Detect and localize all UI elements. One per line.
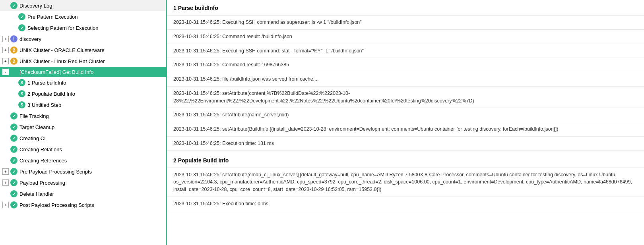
tree-item-discovery[interactable]: +Idiscovery — [0, 33, 166, 44]
tree-item-creating-ci[interactable]: ✓Creating CI — [0, 133, 166, 144]
tree-item-pre-pattern-execution[interactable]: ✓Pre Pattern Execution — [0, 11, 166, 22]
check-icon: ✓ — [18, 13, 25, 20]
tree-item-untitled-step[interactable]: S3 Untitled Step — [0, 99, 166, 110]
tree-item-label-target-cleanup: Target Cleanup — [19, 124, 54, 130]
tree-item-label-parse-buildinfo: 1 Parse buildInfo — [27, 80, 66, 86]
section-title-section-2: 2 Populate Build Info — [167, 152, 644, 168]
log-entry-section-1-2: 2023-10-31 15:46:25: Executing SSH comma… — [167, 44, 644, 58]
expand-btn-unix-oracle[interactable]: + — [2, 47, 9, 53]
tree-item-payload-processing[interactable]: +✓Payload Processing — [0, 177, 166, 188]
tree-item-discovery-log[interactable]: ✓Discovery Log — [0, 0, 166, 11]
tree-item-label-creating-ci: Creating CI — [19, 135, 46, 141]
tree-item-delete-handler[interactable]: ✓Delete Handler — [0, 188, 166, 199]
tree-item-unix-linux[interactable]: +BUNIX Cluster - Linux Red Hat Cluster — [0, 56, 166, 67]
tree-item-checksum-failed[interactable]: -[ChecksumFailed] Get Build Info — [0, 67, 166, 77]
log-entry-section-1-1: 2023-10-31 15:46:25: Command result: /bu… — [167, 30, 644, 44]
log-entry-section-1-7: 2023-10-31 15:46:25: setAttribute(BuildI… — [167, 122, 644, 137]
tree-item-label-delete-handler: Delete Handler — [19, 191, 54, 197]
expand-btn-post-payload-processing[interactable]: + — [2, 202, 9, 208]
right-panel: 1 Parse buildInfo2023-10-31 15:46:25: Ex… — [167, 0, 644, 245]
tree-item-label-file-tracking: File Tracking — [19, 113, 49, 119]
log-entry-section-1-8: 2023-10-31 15:46:25: Execution time: 181… — [167, 137, 644, 151]
check-icon: ✓ — [10, 2, 17, 9]
expand-btn-discovery[interactable]: + — [2, 36, 9, 42]
expand-btn-pre-payload-processing[interactable]: + — [2, 168, 9, 175]
log-entry-section-1-6: 2023-10-31 15:46:25: setAttribute(name_s… — [167, 108, 644, 122]
log-entry-section-1-3: 2023-10-31 15:46:25: Command result: 169… — [167, 58, 644, 72]
tree-item-label-unix-linux: UNIX Cluster - Linux Red Hat Cluster — [19, 58, 105, 64]
s-icon: S — [18, 101, 25, 108]
s-icon: S — [18, 90, 25, 97]
tree-item-file-tracking[interactable]: ✓File Tracking — [0, 110, 166, 122]
tree-item-unix-oracle[interactable]: +BUNIX Cluster - ORACLE Clusterware — [0, 44, 166, 56]
expand-btn-unix-linux[interactable]: + — [2, 58, 9, 64]
check-icon: ✓ — [10, 168, 17, 175]
tree-item-label-creating-relations: Creating Relations — [19, 147, 62, 152]
left-panel: ✓Discovery Log✓Pre Pattern Execution✓Sel… — [0, 0, 167, 245]
check-icon: ✓ — [10, 201, 17, 208]
tree-item-label-checksum-failed: [ChecksumFailed] Get Build Info — [19, 69, 93, 75]
log-entry-section-1-5: 2023-10-31 15:46:25: setAttribute(conten… — [167, 87, 644, 108]
tree-item-label-creating-references: Creating References — [19, 158, 67, 164]
check-icon: ✓ — [10, 179, 17, 186]
tree-item-post-payload-processing[interactable]: +✓Post Payload Processing Scripts — [0, 199, 166, 210]
tree-item-label-discovery: discovery — [19, 36, 41, 42]
check-icon: ✓ — [10, 190, 17, 197]
tree-item-label-untitled-step: 3 Untitled Step — [27, 102, 61, 108]
section-title-section-1: 1 Parse buildInfo — [167, 0, 644, 15]
log-entry-section-1-4: 2023-10-31 15:46:25: file /buildInfo.jso… — [167, 72, 644, 87]
check-icon: ✓ — [10, 157, 17, 164]
tree-item-label-discovery-log: Discovery Log — [19, 3, 52, 9]
check-icon: ✓ — [10, 112, 17, 120]
i-icon: I — [10, 35, 17, 42]
tree-item-label-populate-build-info: 2 Populate Build Info — [27, 91, 75, 97]
tree-item-label-post-payload-processing: Post Payload Processing Scripts — [19, 202, 94, 208]
check-icon: ✓ — [18, 24, 25, 31]
expand-btn-payload-processing[interactable]: + — [2, 179, 9, 186]
expand-btn-checksum-failed[interactable]: - — [2, 69, 9, 75]
log-entry-section-1-0: 2023-10-31 15:46:25: Executing SSH comma… — [167, 15, 644, 30]
check-icon: ✓ — [10, 135, 17, 142]
tree-item-parse-buildinfo[interactable]: S1 Parse buildInfo — [0, 77, 166, 88]
log-entry-section-2-0: 2023-10-31 15:46:25: setAttribute(cmdb_c… — [167, 168, 644, 197]
tree-item-label-payload-processing: Payload Processing — [19, 180, 65, 186]
tree-item-selecting-pattern[interactable]: ✓Selecting Pattern for Execution — [0, 22, 166, 33]
tree-item-creating-relations[interactable]: ✓Creating Relations — [0, 144, 166, 155]
log-entry-section-2-1: 2023-10-31 15:46:25: Execution time: 0 m… — [167, 197, 644, 211]
tree-item-label-unix-oracle: UNIX Cluster - ORACLE Clusterware — [19, 47, 105, 53]
tree-item-target-cleanup[interactable]: ✓Target Cleanup — [0, 122, 166, 133]
tree-item-label-selecting-pattern: Selecting Pattern for Execution — [27, 25, 99, 31]
tree-item-populate-build-info[interactable]: S2 Populate Build Info — [0, 88, 166, 99]
tree-item-creating-references[interactable]: ✓Creating References — [0, 155, 166, 166]
tree-item-label-pre-pattern-execution: Pre Pattern Execution — [27, 14, 78, 20]
tree-item-label-pre-payload-processing: Pre Payload Processing Scripts — [19, 169, 92, 175]
b-icon: B — [10, 58, 17, 65]
s-icon: S — [18, 79, 25, 86]
check-icon: ✓ — [10, 123, 17, 131]
tree-item-pre-payload-processing[interactable]: +✓Pre Payload Processing Scripts — [0, 166, 166, 177]
check-icon: ✓ — [10, 146, 17, 153]
b-icon: B — [10, 46, 17, 54]
